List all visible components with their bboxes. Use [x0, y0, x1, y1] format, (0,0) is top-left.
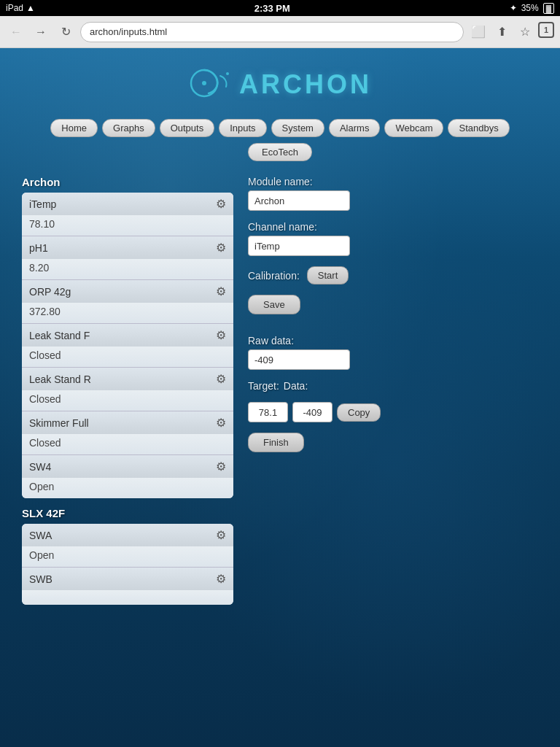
module-name-label: Module name:	[248, 176, 538, 187]
battery-percent: 35%	[521, 3, 539, 13]
channel-skimmerfull-header: Skimmer Full ⚙	[22, 411, 233, 434]
right-panel: Module name: Channel name: Calibration: …	[248, 176, 538, 614]
status-left: iPad ▲	[6, 3, 35, 13]
channel-leakstanf-gear[interactable]: ⚙	[216, 328, 226, 342]
channel-swa-value: Open	[22, 546, 233, 567]
channel-swb-gear[interactable]: ⚙	[216, 572, 226, 586]
slx42f-channel-group: SWA ⚙ Open SWB ⚙	[22, 524, 233, 605]
finish-button[interactable]: Finish	[248, 433, 304, 452]
header: ARCHON	[0, 48, 560, 113]
bookmark-button[interactable]: ☆	[515, 22, 535, 42]
module-name-group: Module name:	[248, 176, 538, 211]
url-text: archon/inputs.html	[90, 26, 167, 37]
channel-itemp-name: iTemp	[29, 198, 56, 210]
address-bar[interactable]: archon/inputs.html	[80, 22, 464, 42]
channel-swa-header: SWA ⚙	[22, 524, 233, 546]
section-slx42f-label: SLX 42F	[22, 507, 233, 519]
channel-leakstanr-header: Leak Stand R ⚙	[22, 368, 233, 390]
channel-leakstanr-value: Closed	[22, 390, 233, 411]
raw-data-value: -409	[248, 349, 350, 370]
main-background: ARCHON Home Graphs Outputs Inputs System…	[0, 48, 560, 747]
calibration-start-button[interactable]: Start	[307, 266, 349, 285]
channel-name-label: Channel name:	[248, 221, 538, 233]
channel-orp42g: ORP 42g ⚙ 372.80	[22, 280, 233, 324]
left-panel: Archon iTemp ⚙ 78.10 pH1 ⚙ 8.20	[22, 176, 233, 614]
data-label: Data:	[284, 380, 308, 392]
target-label: Target:	[248, 380, 279, 392]
copy-button[interactable]: Copy	[337, 403, 381, 422]
channel-itemp-gear[interactable]: ⚙	[216, 197, 226, 211]
logo-text: ARCHON	[239, 69, 372, 100]
channel-sw4-name: SW4	[29, 461, 51, 473]
section-archon-label: Archon	[22, 176, 233, 188]
channel-swb-value	[22, 590, 233, 605]
status-right: ✦ 35% ▓	[510, 3, 554, 14]
module-name-input[interactable]	[248, 190, 350, 211]
channel-ph1-name: pH1	[29, 242, 48, 254]
nav-graphs[interactable]: Graphs	[102, 119, 155, 137]
svg-point-1	[202, 81, 206, 85]
target-value-display: 78.1	[248, 402, 288, 422]
nav-outputs[interactable]: Outputs	[160, 119, 215, 137]
raw-data-group: Raw data: -409	[248, 335, 538, 370]
channel-orp42g-gear[interactable]: ⚙	[216, 285, 226, 298]
channel-itemp-header: iTemp ⚙	[22, 193, 233, 215]
channel-swa-gear[interactable]: ⚙	[216, 528, 226, 542]
channel-sw4-header: SW4 ⚙	[22, 455, 233, 478]
tab-count[interactable]: 1	[538, 22, 554, 38]
channel-leakstanf: Leak Stand F ⚙ Closed	[22, 324, 233, 368]
channel-itemp-value: 78.10	[22, 215, 233, 236]
channel-leakstanr: Leak Stand R ⚙ Closed	[22, 368, 233, 411]
nav-ecotech[interactable]: EcoTech	[248, 143, 312, 161]
channel-skimmerfull-name: Skimmer Full	[29, 417, 89, 429]
calibration-label: Calibration:	[248, 270, 300, 282]
channel-name-input[interactable]	[248, 236, 350, 256]
calibration-row: Calibration: Start	[248, 266, 538, 285]
channel-sw4: SW4 ⚙ Open	[22, 455, 233, 498]
channel-ph1-header: pH1 ⚙	[22, 236, 233, 259]
channel-orp42g-header: ORP 42g ⚙	[22, 280, 233, 303]
nav-inputs[interactable]: Inputs	[219, 119, 266, 137]
nav-home[interactable]: Home	[50, 119, 98, 137]
wifi-icon: ▲	[26, 3, 35, 13]
content-area: Archon iTemp ⚙ 78.10 pH1 ⚙ 8.20	[0, 176, 560, 614]
archon-logo-icon	[188, 63, 232, 106]
save-button[interactable]: Save	[248, 295, 300, 314]
channel-ph1-gear[interactable]: ⚙	[216, 241, 226, 255]
status-bar: iPad ▲ 2:33 PM ✦ 35% ▓	[0, 0, 560, 16]
forward-button[interactable]: →	[31, 22, 51, 42]
channel-leakstanf-name: Leak Stand F	[29, 330, 90, 341]
bluetooth-icon: ✦	[510, 3, 517, 13]
channel-sw4-value: Open	[22, 478, 233, 498]
reload-button[interactable]: ↻	[55, 22, 76, 42]
share-button[interactable]: ⬆	[491, 22, 512, 42]
channel-ph1: pH1 ⚙ 8.20	[22, 236, 233, 280]
channel-leakstanf-value: Closed	[22, 347, 233, 367]
target-data-row: Target: Data:	[248, 380, 538, 392]
nav-webcam[interactable]: Webcam	[384, 119, 443, 137]
target-data-values-row: 78.1 -409 Copy	[248, 402, 538, 422]
channel-leakstanr-name: Leak Stand R	[29, 374, 91, 385]
channel-orp42g-name: ORP 42g	[29, 286, 71, 298]
svg-point-2	[226, 72, 229, 75]
status-time: 2:33 PM	[254, 3, 290, 14]
channel-swb-name: SWB	[29, 573, 52, 585]
channel-itemp: iTemp ⚙ 78.10	[22, 193, 233, 236]
channel-leakstanr-gear[interactable]: ⚙	[216, 372, 226, 386]
nav-system[interactable]: System	[271, 119, 324, 137]
channel-sw4-gear[interactable]: ⚙	[216, 460, 226, 473]
channel-ph1-value: 8.20	[22, 259, 233, 279]
nav-bar: Home Graphs Outputs Inputs System Alarms…	[0, 113, 560, 143]
archon-channel-group: iTemp ⚙ 78.10 pH1 ⚙ 8.20 ORP 42g ⚙	[22, 193, 233, 498]
logo-container: ARCHON	[188, 63, 372, 106]
raw-data-label: Raw data:	[248, 335, 538, 347]
channel-leakstanf-header: Leak Stand F ⚙	[22, 324, 233, 347]
channel-skimmerfull-gear[interactable]: ⚙	[216, 416, 226, 430]
channel-skimmerfull-value: Closed	[22, 434, 233, 454]
data-value-display: -409	[292, 402, 332, 422]
nav-standbys[interactable]: Standbys	[448, 119, 509, 137]
cast-button[interactable]: ⬜	[468, 22, 489, 42]
back-button[interactable]: ←	[6, 22, 26, 42]
channel-name-group: Channel name:	[248, 221, 538, 256]
nav-alarms[interactable]: Alarms	[329, 119, 380, 137]
